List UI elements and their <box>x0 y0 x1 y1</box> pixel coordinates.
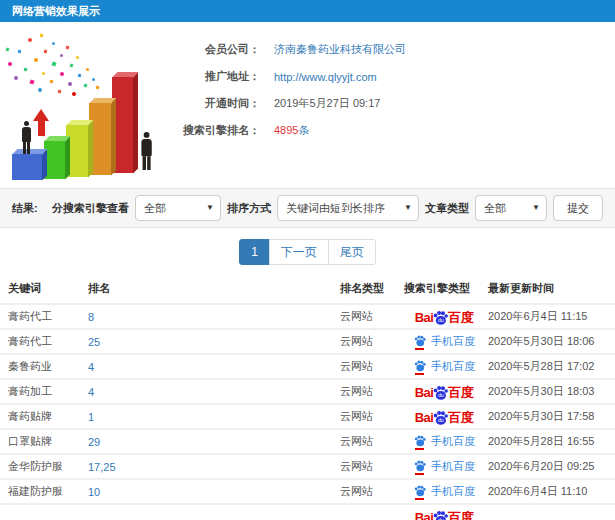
engine-type-cell: Baidu百度 手机百度 <box>400 334 488 350</box>
rank-link[interactable]: 29 <box>88 436 100 448</box>
open-time-value: 2019年5月27日 09:17 <box>274 96 380 111</box>
businessman-figure-left <box>18 121 34 154</box>
updated-cell: 2020年6月4日 11:10 <box>488 484 615 499</box>
bar-chart-illustration <box>0 28 175 184</box>
keyword-cell: 口罩贴牌 <box>8 434 88 449</box>
window-title-bar: 网络营销效果展示 <box>0 0 615 22</box>
article-type-select[interactable]: 全部 ▼ <box>475 195 547 221</box>
baidu-pc-logo: Baidu百度 <box>415 384 474 399</box>
keyword-cell: 膏药贴牌 <box>8 409 88 424</box>
engine-type-cell: Baidu百度 手机百度 <box>400 409 488 424</box>
engine-filter-value: 全部 <box>144 202 166 214</box>
rank-cell: 4 <box>88 361 340 373</box>
mobile-baidu-label: 手机百度 <box>431 434 475 449</box>
rank-link[interactable]: 8 <box>88 311 94 323</box>
rank-cell: 8 <box>88 311 340 323</box>
company-label: 会员公司： <box>170 42 260 57</box>
engine-type-cell: Baidu百度 手机百度 <box>400 434 488 450</box>
table-row: 福建防护服 10 云网站 Baidu百度 手机百度 2020年6月4日 11:1… <box>0 478 615 503</box>
rank-type-cell: 云网站 <box>340 434 400 449</box>
sort-filter-value: 关键词由短到长排序 <box>286 202 385 214</box>
mobile-baidu-paw-icon <box>413 334 427 350</box>
chart-bar-green <box>44 141 65 179</box>
keyword-cell: 金华防护服 <box>8 459 88 474</box>
info-row-url: 推广地址： http://www.qlyyjt.com <box>170 63 615 90</box>
mobile-baidu-paw-icon <box>413 434 427 450</box>
updated-cell: 2020年5月30日 17:58 <box>488 409 615 424</box>
submit-button[interactable]: 提交 <box>553 195 603 221</box>
col-header-keyword: 关键词 <box>8 281 88 296</box>
updated-cell: 2020年5月28日 16:55 <box>488 434 615 449</box>
rank-link[interactable]: 17,25 <box>88 461 116 473</box>
engine-type-cell: Baidu百度 手机百度 <box>400 509 488 520</box>
rank-cell: 25 <box>88 336 340 348</box>
rank-link[interactable]: 25 <box>88 336 100 348</box>
col-header-engine-type: 搜索引擎类型 <box>400 281 488 296</box>
member-info-section: 会员公司： 济南秦鲁药业科技有限公司 推广地址： http://www.qlyy… <box>0 22 615 188</box>
baidu-pc-logo: Baidu百度 <box>415 409 474 424</box>
rank-type-cell: 云网站 <box>340 359 400 374</box>
baidu-pc-logo: Baidu百度 <box>415 509 474 520</box>
keyword-cell: 膏药代工 <box>8 309 88 324</box>
baidu-pc-logo: Baidu百度 <box>415 309 474 324</box>
keyword-cell: 秦鲁药业 <box>8 359 88 374</box>
member-info-list: 会员公司： 济南秦鲁药业科技有限公司 推广地址： http://www.qlyy… <box>170 22 615 144</box>
engine-filter-select[interactable]: 全部 ▼ <box>135 195 221 221</box>
table-row: 金华防护服 17,25 云网站 Baidu百度 手机百度 2020年6月20日 … <box>0 453 615 478</box>
svg-text:du: du <box>438 392 444 398</box>
rank-count-value: 4895 <box>274 124 298 136</box>
next-page-button[interactable]: 下一页 <box>269 239 329 265</box>
chart-bar-blue <box>12 154 42 180</box>
promo-url-label: 推广地址： <box>170 69 260 84</box>
rank-count-label: 搜索引擎排名： <box>170 123 260 138</box>
page: 网络营销效果展示 会员公司： 济南秦鲁药业科技有限公司 <box>0 0 615 520</box>
table-row: 膏药代工 25 云网站 Baidu百度 手机百度 2020年5月30日 18:0… <box>0 328 615 353</box>
mobile-baidu-label: 手机百度 <box>431 459 475 474</box>
col-header-rank: 排名 <box>88 281 340 296</box>
engine-type-cell: Baidu百度 手机百度 <box>400 309 488 324</box>
updated-cell: 2020年6月20日 09:25 <box>488 459 615 474</box>
col-header-rank-type: 排名类型 <box>340 281 400 296</box>
info-row-company: 会员公司： 济南秦鲁药业科技有限公司 <box>170 36 615 63</box>
rank-link[interactable]: 1 <box>88 411 94 423</box>
table-row: 口罩贴牌 29 云网站 Baidu百度 手机百度 2020年5月28日 16:5… <box>0 428 615 453</box>
svg-text:du: du <box>438 317 444 323</box>
rank-count-unit-link[interactable]: 条 <box>298 124 309 136</box>
sort-filter-select[interactable]: 关键词由短到长排序 ▼ <box>277 195 419 221</box>
baidu-paw-icon: du <box>432 309 449 326</box>
page-1-button[interactable]: 1 <box>239 239 270 265</box>
chevron-down-icon: ▼ <box>532 196 540 220</box>
rank-link[interactable]: 10 <box>88 486 100 498</box>
rank-link[interactable]: 4 <box>88 386 94 398</box>
table-row: Baidu百度 手机百度 <box>0 503 615 520</box>
chevron-down-icon: ▼ <box>206 196 214 220</box>
col-header-updated: 最新更新时间 <box>488 281 615 296</box>
last-page-button[interactable]: 尾页 <box>328 239 376 265</box>
keyword-cell: 膏药代工 <box>8 334 88 349</box>
growth-arrow-icon <box>33 109 49 136</box>
engine-type-cell: Baidu百度 手机百度 <box>400 484 488 500</box>
filter-controls: 分搜索引擎查看 全部 ▼ 排序方式 关键词由短到长排序 ▼ 文章类型 全部 ▼ … <box>52 195 603 221</box>
sort-filter-label: 排序方式 <box>227 201 271 216</box>
article-type-value: 全部 <box>484 202 506 214</box>
table-header-row: 关键词 排名 排名类型 搜索引擎类型 最新更新时间 <box>0 274 615 303</box>
engine-filter-label: 分搜索引擎查看 <box>52 201 129 216</box>
baidu-paw-icon: du <box>432 509 449 520</box>
table-row: 膏药贴牌 1 云网站 Baidu百度 手机百度 2020年5月30日 17:58 <box>0 403 615 428</box>
rank-cell: 10 <box>88 486 340 498</box>
results-label: 结果: <box>12 201 38 216</box>
rank-link[interactable]: 4 <box>88 361 94 373</box>
pagination: 1 下一页 尾页 <box>0 228 615 274</box>
info-row-open-time: 开通时间： 2019年5月27日 09:17 <box>170 90 615 117</box>
table-row: 秦鲁药业 4 云网站 Baidu百度 手机百度 2020年5月28日 17:02 <box>0 353 615 378</box>
company-link[interactable]: 济南秦鲁药业科技有限公司 <box>274 43 406 55</box>
updated-cell: 2020年5月30日 18:03 <box>488 384 615 399</box>
mobile-baidu-badge: 手机百度 <box>413 459 475 475</box>
keyword-cell: 膏药加工 <box>8 384 88 399</box>
table-row: 膏药代工 8 云网站 Baidu百度 手机百度 2020年6月4日 11:15 <box>0 303 615 328</box>
chevron-down-icon: ▼ <box>404 196 412 220</box>
open-time-label: 开通时间： <box>170 96 260 111</box>
mobile-baidu-paw-icon <box>413 484 427 500</box>
baidu-paw-icon: du <box>432 409 449 426</box>
promo-url-link[interactable]: http://www.qlyyjt.com <box>274 71 377 83</box>
